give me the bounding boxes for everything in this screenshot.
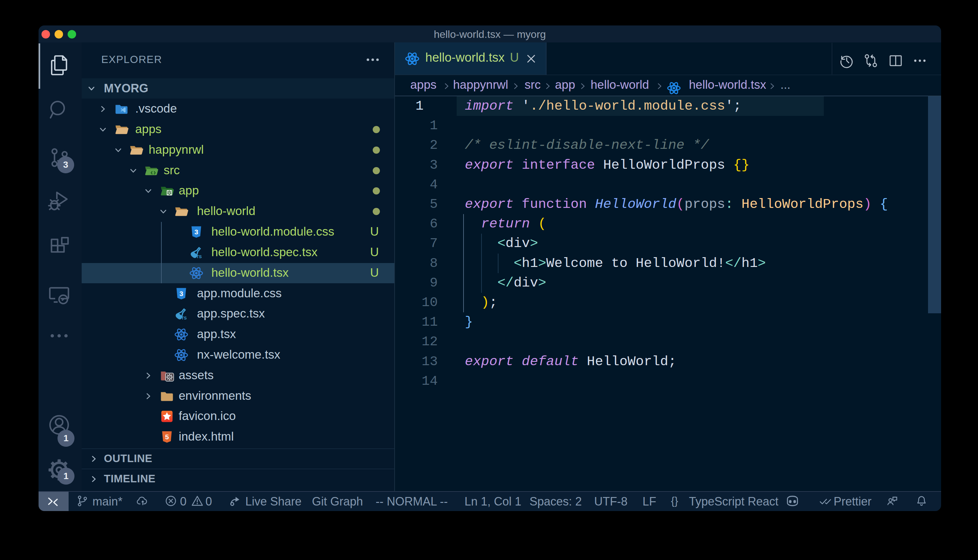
svg-text:TS: TS: [181, 315, 187, 320]
svg-text:3: 3: [194, 228, 198, 236]
svg-text:TS: TS: [196, 254, 202, 259]
svg-text:3: 3: [179, 290, 183, 297]
svg-text:5: 5: [165, 433, 169, 440]
